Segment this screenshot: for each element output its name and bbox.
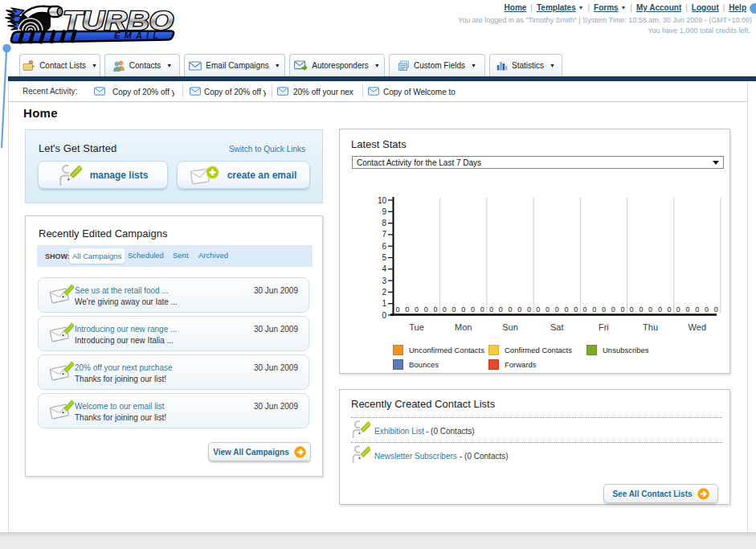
svg-text:0: 0 — [714, 305, 718, 313]
svg-text:0: 0 — [555, 305, 559, 313]
svg-text:EMAIL: EMAIL — [114, 31, 162, 40]
svg-text:1: 1 — [382, 299, 386, 308]
svg-text:Tue: Tue — [409, 322, 424, 332]
svg-text:0: 0 — [452, 305, 456, 313]
svg-text:9: 9 — [382, 207, 386, 216]
svg-text:0: 0 — [648, 305, 652, 313]
svg-text:0: 0 — [434, 305, 438, 313]
svg-text:0: 0 — [602, 305, 606, 313]
svg-text:0: 0 — [508, 305, 512, 313]
svg-text:0: 0 — [382, 311, 386, 320]
svg-text:7: 7 — [382, 230, 386, 239]
svg-text:8: 8 — [382, 219, 386, 227]
svg-text:Mon: Mon — [455, 322, 472, 332]
svg-text:0: 0 — [564, 305, 568, 313]
svg-text:0: 0 — [546, 305, 550, 313]
svg-text:0: 0 — [695, 305, 699, 313]
svg-text:0: 0 — [396, 305, 400, 313]
svg-text:0: 0 — [592, 305, 596, 313]
svg-text:0: 0 — [489, 305, 493, 313]
svg-text:0: 0 — [639, 305, 643, 313]
svg-text:Sat: Sat — [550, 322, 564, 332]
svg-text:Sun: Sun — [502, 322, 518, 332]
svg-text:0: 0 — [415, 305, 419, 313]
svg-text:Thu: Thu — [643, 322, 658, 332]
svg-text:0: 0 — [499, 305, 503, 313]
svg-text:Fri: Fri — [599, 322, 609, 332]
svg-text:0: 0 — [527, 305, 531, 313]
svg-text:0: 0 — [676, 305, 680, 313]
svg-text:0: 0 — [517, 305, 521, 313]
svg-text:0: 0 — [443, 305, 447, 313]
svg-text:0: 0 — [471, 305, 475, 313]
svg-text:6: 6 — [382, 242, 386, 251]
svg-text:0: 0 — [705, 305, 709, 313]
svg-text:0: 0 — [630, 305, 634, 313]
svg-text:0: 0 — [424, 305, 428, 313]
svg-text:0: 0 — [668, 305, 672, 313]
svg-text:0: 0 — [611, 305, 615, 313]
svg-text:3: 3 — [382, 277, 386, 285]
svg-text:Wed: Wed — [689, 322, 706, 332]
svg-text:10: 10 — [378, 196, 387, 205]
svg-text:2: 2 — [382, 288, 386, 297]
svg-text:0: 0 — [582, 305, 586, 313]
svg-text:0: 0 — [480, 305, 484, 313]
svg-text:0: 0 — [658, 305, 662, 313]
svg-text:0: 0 — [461, 305, 465, 313]
svg-text:0: 0 — [574, 305, 578, 313]
svg-text:0: 0 — [536, 305, 540, 313]
svg-text:0: 0 — [620, 305, 624, 313]
svg-text:0: 0 — [405, 305, 409, 313]
svg-text:5: 5 — [382, 253, 386, 262]
svg-text:0: 0 — [686, 305, 690, 313]
svg-text:4: 4 — [382, 264, 386, 273]
